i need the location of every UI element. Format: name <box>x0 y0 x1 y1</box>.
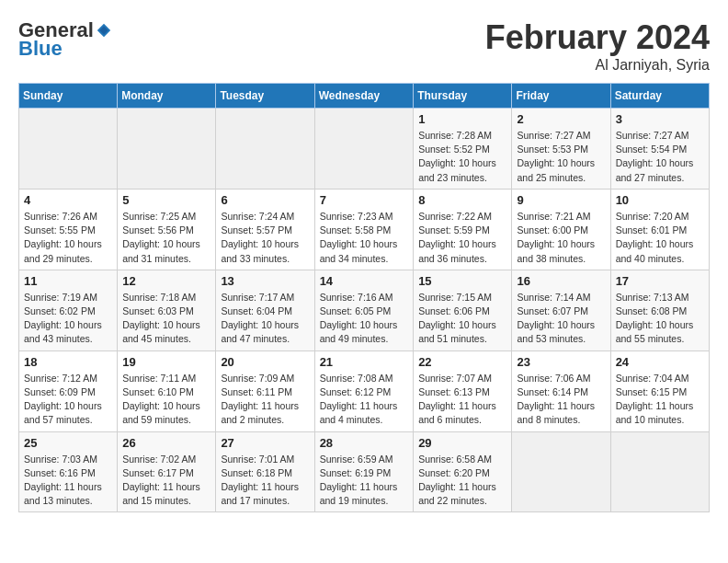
title-block: February 2024 Al Jarniyah, Syria <box>485 18 710 74</box>
calendar-day-header: Tuesday <box>216 84 314 109</box>
calendar-day-cell: 15Sunrise: 7:15 AMSunset: 6:06 PMDayligh… <box>414 270 512 350</box>
calendar-day-cell: 20Sunrise: 7:09 AMSunset: 6:11 PMDayligh… <box>216 350 314 431</box>
day-number: 26 <box>122 436 210 450</box>
calendar-day-cell: 23Sunrise: 7:06 AMSunset: 6:14 PMDayligh… <box>512 350 610 431</box>
day-number: 10 <box>616 193 704 207</box>
day-number: 3 <box>616 112 704 126</box>
calendar-day-cell: 27Sunrise: 7:01 AMSunset: 6:18 PMDayligh… <box>216 431 314 512</box>
day-number: 12 <box>122 274 210 288</box>
day-number: 5 <box>122 193 210 207</box>
day-info: Sunrise: 7:09 AMSunset: 6:11 PMDaylight:… <box>221 372 309 428</box>
calendar-day-cell: 8Sunrise: 7:22 AMSunset: 5:59 PMDaylight… <box>414 189 512 270</box>
calendar-day-cell: 3Sunrise: 7:27 AMSunset: 5:54 PMDaylight… <box>610 109 709 190</box>
calendar-week-row: 4Sunrise: 7:26 AMSunset: 5:55 PMDaylight… <box>19 189 710 270</box>
logo: General Blue <box>18 18 112 61</box>
day-info: Sunrise: 7:20 AMSunset: 6:01 PMDaylight:… <box>616 210 704 266</box>
calendar-day-cell: 4Sunrise: 7:26 AMSunset: 5:55 PMDaylight… <box>19 189 118 270</box>
day-info: Sunrise: 7:07 AMSunset: 6:13 PMDaylight:… <box>418 372 506 428</box>
calendar-week-row: 25Sunrise: 7:03 AMSunset: 6:16 PMDayligh… <box>19 431 710 512</box>
day-info: Sunrise: 7:08 AMSunset: 6:12 PMDaylight:… <box>320 372 409 428</box>
day-number: 18 <box>24 355 112 369</box>
calendar-day-header: Saturday <box>610 84 709 109</box>
day-info: Sunrise: 7:02 AMSunset: 6:17 PMDaylight:… <box>122 453 210 509</box>
calendar-week-row: 11Sunrise: 7:19 AMSunset: 6:02 PMDayligh… <box>19 270 710 350</box>
day-number: 23 <box>517 355 605 369</box>
day-info: Sunrise: 7:01 AMSunset: 6:18 PMDaylight:… <box>221 453 309 509</box>
calendar-day-cell: 26Sunrise: 7:02 AMSunset: 6:17 PMDayligh… <box>118 431 216 512</box>
day-number: 6 <box>221 193 309 207</box>
calendar-day-cell <box>216 109 314 190</box>
day-number: 24 <box>616 355 704 369</box>
day-number: 9 <box>517 193 605 207</box>
day-number: 27 <box>221 436 309 450</box>
day-info: Sunrise: 7:27 AMSunset: 5:53 PMDaylight:… <box>517 129 605 185</box>
day-info: Sunrise: 7:06 AMSunset: 6:14 PMDaylight:… <box>517 372 605 428</box>
day-number: 11 <box>24 274 112 288</box>
page-header: General Blue February 2024 Al Jarniyah, … <box>18 18 710 74</box>
day-number: 8 <box>418 193 506 207</box>
day-info: Sunrise: 7:22 AMSunset: 5:59 PMDaylight:… <box>418 210 506 266</box>
location-title: Al Jarniyah, Syria <box>485 57 710 74</box>
calendar-day-header: Monday <box>118 84 216 109</box>
day-number: 29 <box>418 436 506 450</box>
day-info: Sunrise: 7:21 AMSunset: 6:00 PMDaylight:… <box>517 210 605 266</box>
day-number: 17 <box>616 274 704 288</box>
calendar-day-cell <box>19 109 118 190</box>
day-info: Sunrise: 7:14 AMSunset: 6:07 PMDaylight:… <box>517 291 605 347</box>
day-number: 13 <box>221 274 309 288</box>
calendar-day-cell: 1Sunrise: 7:28 AMSunset: 5:52 PMDaylight… <box>414 109 512 190</box>
day-info: Sunrise: 7:25 AMSunset: 5:56 PMDaylight:… <box>122 210 210 266</box>
calendar-day-cell: 11Sunrise: 7:19 AMSunset: 6:02 PMDayligh… <box>19 270 118 350</box>
calendar-day-cell <box>610 431 709 512</box>
day-number: 2 <box>517 112 605 126</box>
calendar-day-cell: 18Sunrise: 7:12 AMSunset: 6:09 PMDayligh… <box>19 350 118 431</box>
day-info: Sunrise: 7:17 AMSunset: 6:04 PMDaylight:… <box>221 291 309 347</box>
calendar-day-cell: 7Sunrise: 7:23 AMSunset: 5:58 PMDaylight… <box>314 189 414 270</box>
calendar-day-cell: 24Sunrise: 7:04 AMSunset: 6:15 PMDayligh… <box>610 350 709 431</box>
day-number: 16 <box>517 274 605 288</box>
calendar-body: 1Sunrise: 7:28 AMSunset: 5:52 PMDaylight… <box>19 109 710 512</box>
day-info: Sunrise: 7:15 AMSunset: 6:06 PMDaylight:… <box>418 291 506 347</box>
calendar-day-cell: 28Sunrise: 6:59 AMSunset: 6:19 PMDayligh… <box>314 431 414 512</box>
calendar-day-header: Sunday <box>19 84 118 109</box>
day-number: 25 <box>24 436 112 450</box>
day-info: Sunrise: 7:26 AMSunset: 5:55 PMDaylight:… <box>24 210 112 266</box>
day-info: Sunrise: 7:27 AMSunset: 5:54 PMDaylight:… <box>616 129 704 185</box>
calendar-day-cell: 5Sunrise: 7:25 AMSunset: 5:56 PMDaylight… <box>118 189 216 270</box>
calendar-day-cell: 22Sunrise: 7:07 AMSunset: 6:13 PMDayligh… <box>414 350 512 431</box>
day-number: 1 <box>418 112 506 126</box>
day-number: 4 <box>24 193 112 207</box>
day-number: 21 <box>320 355 409 369</box>
day-number: 19 <box>122 355 210 369</box>
calendar-day-cell <box>512 431 610 512</box>
calendar-day-cell: 29Sunrise: 6:58 AMSunset: 6:20 PMDayligh… <box>414 431 512 512</box>
logo-icon <box>96 22 112 39</box>
day-info: Sunrise: 7:12 AMSunset: 6:09 PMDaylight:… <box>24 372 112 428</box>
day-info: Sunrise: 7:13 AMSunset: 6:08 PMDaylight:… <box>616 291 704 347</box>
calendar-day-header: Friday <box>512 84 610 109</box>
calendar-week-row: 18Sunrise: 7:12 AMSunset: 6:09 PMDayligh… <box>19 350 710 431</box>
day-number: 28 <box>320 436 409 450</box>
day-info: Sunrise: 7:16 AMSunset: 6:05 PMDaylight:… <box>320 291 409 347</box>
day-info: Sunrise: 6:58 AMSunset: 6:20 PMDaylight:… <box>418 453 506 509</box>
day-number: 14 <box>320 274 409 288</box>
calendar-day-header: Thursday <box>414 84 512 109</box>
calendar-day-cell: 25Sunrise: 7:03 AMSunset: 6:16 PMDayligh… <box>19 431 118 512</box>
day-number: 15 <box>418 274 506 288</box>
logo-blue-text: Blue <box>18 37 63 61</box>
calendar-day-cell: 16Sunrise: 7:14 AMSunset: 6:07 PMDayligh… <box>512 270 610 350</box>
calendar-day-cell: 21Sunrise: 7:08 AMSunset: 6:12 PMDayligh… <box>314 350 414 431</box>
calendar-day-cell: 19Sunrise: 7:11 AMSunset: 6:10 PMDayligh… <box>118 350 216 431</box>
calendar-day-cell: 10Sunrise: 7:20 AMSunset: 6:01 PMDayligh… <box>610 189 709 270</box>
day-info: Sunrise: 7:24 AMSunset: 5:57 PMDaylight:… <box>221 210 309 266</box>
day-info: Sunrise: 7:28 AMSunset: 5:52 PMDaylight:… <box>418 129 506 185</box>
calendar-day-cell: 13Sunrise: 7:17 AMSunset: 6:04 PMDayligh… <box>216 270 314 350</box>
month-title: February 2024 <box>485 18 710 57</box>
day-number: 7 <box>320 193 409 207</box>
calendar-day-cell <box>118 109 216 190</box>
day-info: Sunrise: 7:18 AMSunset: 6:03 PMDaylight:… <box>122 291 210 347</box>
day-info: Sunrise: 7:11 AMSunset: 6:10 PMDaylight:… <box>122 372 210 428</box>
calendar-week-row: 1Sunrise: 7:28 AMSunset: 5:52 PMDaylight… <box>19 109 710 190</box>
day-number: 20 <box>221 355 309 369</box>
day-info: Sunrise: 7:04 AMSunset: 6:15 PMDaylight:… <box>616 372 704 428</box>
